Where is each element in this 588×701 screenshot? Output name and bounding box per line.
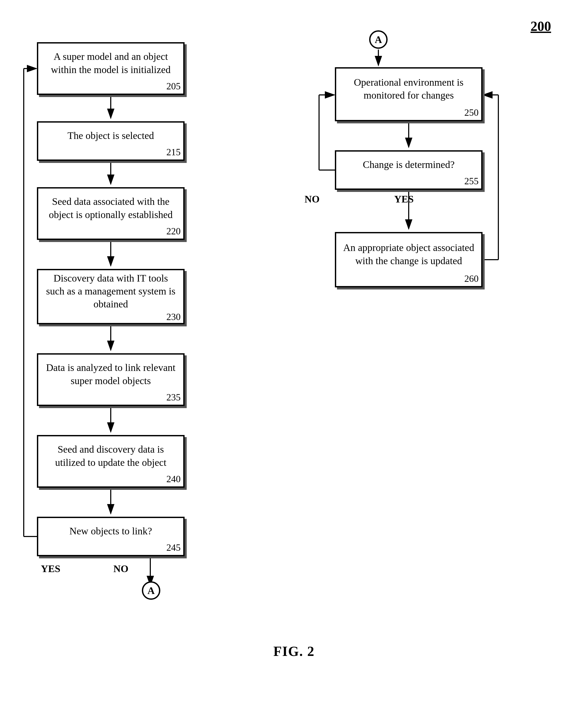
box-245-step: 245 bbox=[166, 541, 183, 555]
box-215-step: 215 bbox=[166, 146, 183, 160]
box-220-step: 220 bbox=[166, 225, 183, 239]
box-230: Discovery data with IT tools such as a m… bbox=[37, 269, 185, 324]
yes-label-255: YES bbox=[394, 193, 414, 205]
yes-label-245: YES bbox=[41, 563, 60, 574]
box-240-step: 240 bbox=[166, 473, 183, 486]
diagram-number: 200 bbox=[531, 18, 551, 34]
diagram-container: 200 bbox=[16, 16, 572, 675]
box-250-step: 250 bbox=[464, 106, 481, 120]
box-215: The object is selected 215 bbox=[37, 121, 185, 161]
box-205-step: 205 bbox=[166, 80, 183, 93]
box-250: Operational environment is monitored for… bbox=[335, 67, 482, 121]
box-260-step: 260 bbox=[464, 273, 481, 286]
box-255: Change is determined? 255 bbox=[335, 150, 482, 190]
box-230-step: 230 bbox=[166, 311, 183, 324]
box-245: New objects to link? 245 bbox=[37, 517, 185, 556]
box-235: Data is analyzed to link relevant super … bbox=[37, 353, 185, 406]
connector-a-bottom: A bbox=[142, 581, 160, 600]
arrows-svg bbox=[16, 16, 572, 675]
box-220: Seed data associated with the object is … bbox=[37, 187, 185, 240]
box-205: A super model and an object within the m… bbox=[37, 42, 185, 95]
box-250-text: Operational environment is monitored for… bbox=[336, 68, 481, 106]
box-220-text: Seed data associated with the object is … bbox=[38, 189, 183, 225]
box-245-text: New objects to link? bbox=[38, 518, 183, 541]
box-240-text: Seed and discovery data is utilized to u… bbox=[38, 436, 183, 473]
box-255-step: 255 bbox=[464, 175, 481, 189]
box-260-text: An appropriate object associated with th… bbox=[336, 233, 481, 273]
box-235-text: Data is analyzed to link relevant super … bbox=[38, 355, 183, 391]
box-255-text: Change is determined? bbox=[336, 152, 481, 175]
box-230-text: Discovery data with IT tools such as a m… bbox=[38, 269, 183, 311]
fig-label: FIG. 2 bbox=[273, 644, 315, 659]
no-label-245: NO bbox=[114, 563, 129, 574]
box-235-step: 235 bbox=[166, 391, 183, 405]
box-205-text: A super model and an object within the m… bbox=[38, 43, 183, 80]
box-215-text: The object is selected bbox=[38, 123, 183, 146]
box-260: An appropriate object associated with th… bbox=[335, 232, 482, 287]
no-label-255: NO bbox=[305, 193, 320, 205]
box-240: Seed and discovery data is utilized to u… bbox=[37, 435, 185, 488]
connector-a-top: A bbox=[369, 30, 388, 49]
